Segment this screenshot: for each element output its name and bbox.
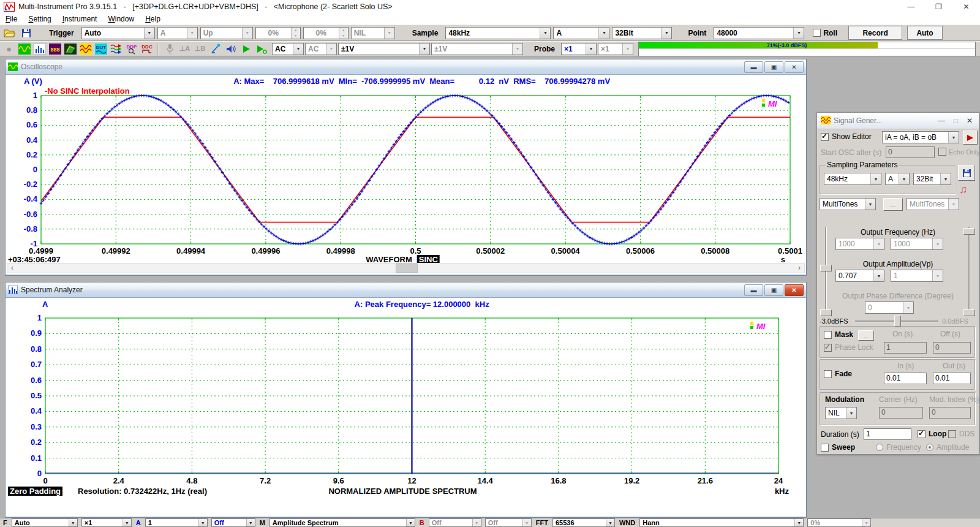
chevron-down-icon[interactable]: ▼ <box>606 519 614 526</box>
chevron-down-icon[interactable]: ▼ <box>793 28 804 39</box>
fade-in-input[interactable]: 0.01 <box>884 373 927 384</box>
zero-padding-badge[interactable]: Zero Padding <box>8 487 62 496</box>
signal-generator-titlebar[interactable]: Signal Gener... — □ ✕ <box>817 113 979 129</box>
chevron-down-icon[interactable]: ▼ <box>794 519 803 526</box>
sample-rate-select[interactable]: 48kHz▼ <box>445 27 551 39</box>
fade-out-input[interactable]: 0.01 <box>933 373 971 384</box>
spectrum-analyzer-icon[interactable] <box>32 42 47 56</box>
probe-a-select[interactable]: ×1▼ <box>561 43 597 55</box>
chevron-down-icon[interactable]: ▼ <box>293 44 303 55</box>
chevron-down-icon[interactable]: ▼ <box>144 28 154 39</box>
wave-editor-button[interactable]: ... <box>883 198 903 211</box>
save-icon[interactable] <box>19 26 33 40</box>
ddc-icon[interactable]: DDC <box>140 42 154 56</box>
restore-icon[interactable]: ▣ <box>764 61 783 73</box>
chevron-down-icon[interactable]: ▼ <box>940 173 951 184</box>
freq-axis-select[interactable]: Auto▼ <box>12 518 78 527</box>
spectrum-titlebar[interactable]: Spectrum Analyzer ▬ ▣ ✕ <box>6 282 806 298</box>
chevron-down-icon[interactable]: ▼ <box>419 44 429 55</box>
close-icon[interactable]: ✕ <box>952 0 980 13</box>
chevron-down-icon[interactable]: ▼ <box>873 270 884 281</box>
trigger-ref-select[interactable]: NIL▼ <box>351 27 395 39</box>
oscilloscope-hscrollbar[interactable]: ‹ › <box>7 263 805 273</box>
chevron-down-icon[interactable]: ▼ <box>246 519 255 526</box>
scrollbar-thumb[interactable] <box>396 264 418 273</box>
menu-help[interactable]: Help <box>140 15 166 23</box>
range-a-select[interactable]: ±1V▼ <box>338 43 430 55</box>
chevron-down-icon[interactable]: ▼ <box>870 173 881 184</box>
coupling-a-select[interactable]: AC▼ <box>272 43 304 55</box>
start-osc-input[interactable]: 0 <box>886 146 935 158</box>
minimize-icon[interactable]: — <box>897 0 925 13</box>
generator-bits-select[interactable]: 32Bit▼ <box>913 173 951 185</box>
generator-run-button[interactable] <box>963 131 978 145</box>
restore-icon[interactable]: ❐ <box>925 0 952 13</box>
menu-file[interactable]: File <box>0 15 23 23</box>
sample-channel-select[interactable]: A▼ <box>553 27 609 39</box>
duration-input[interactable]: 1 <box>864 428 911 440</box>
show-editor-checkbox[interactable] <box>821 133 829 141</box>
waveform-a-select[interactable]: MultiTones▼ <box>820 198 876 210</box>
analysis-mode-select[interactable]: Amplitude Spectrum▼ <box>270 518 415 527</box>
spin-down-icon[interactable]: ▼ <box>339 33 348 39</box>
generator-rate-select[interactable]: 48kHz▼ <box>824 173 881 185</box>
range-b-select[interactable]: ±1V▼ <box>431 43 523 55</box>
trigger-mode-select[interactable]: Auto▼ <box>81 27 155 39</box>
spectrum-3d-icon[interactable] <box>63 42 77 56</box>
music-note-icon[interactable]: ♫ <box>959 183 968 196</box>
chevron-down-icon[interactable]: ▼ <box>540 28 550 39</box>
modulation-type-select[interactable]: NIL▼ <box>825 407 857 419</box>
auto-scale-button[interactable]: Auto <box>907 26 943 40</box>
sweep-checkbox[interactable] <box>821 444 829 452</box>
fft-size-select[interactable]: 65536▼ <box>552 518 615 527</box>
oscilloscope-titlebar[interactable]: Oscilloscope ▬ ▣ ✕ <box>6 59 806 75</box>
menu-instrument[interactable]: Instrument <box>57 15 103 23</box>
chevron-down-icon[interactable]: ▼ <box>198 519 207 526</box>
point-count-select[interactable]: 48000▼ <box>714 27 804 39</box>
run-restart-icon[interactable] <box>254 42 268 56</box>
chevron-down-icon[interactable]: ▼ <box>661 28 671 39</box>
close-icon[interactable]: ✕ <box>785 284 804 296</box>
scroll-left-icon[interactable]: ‹ <box>7 264 17 272</box>
oscilloscope-icon[interactable] <box>17 42 31 56</box>
signal-generator-icon[interactable] <box>78 42 92 56</box>
derived-data-curve-icon[interactable] <box>109 42 123 56</box>
spin-up-icon[interactable]: ▲ <box>292 28 300 33</box>
generator-save-icon[interactable] <box>958 165 975 181</box>
ddp-viewer-icon[interactable]: DDP <box>124 42 138 56</box>
a-persistence-select[interactable]: Off▼ <box>211 518 255 527</box>
chevron-down-icon[interactable]: ▼ <box>406 519 415 526</box>
spin-down-icon[interactable]: ▼ <box>292 33 300 39</box>
scroll-right-icon[interactable]: › <box>794 264 804 272</box>
minimize-icon[interactable]: ▬ <box>744 284 763 296</box>
x-multiplier-select[interactable]: ×1▼ <box>81 518 132 527</box>
frequency-a-slider[interactable] <box>820 227 831 315</box>
chevron-down-icon[interactable]: ▼ <box>865 199 875 210</box>
chevron-down-icon[interactable]: ▼ <box>948 132 959 143</box>
chevron-down-icon[interactable]: ▼ <box>598 28 609 39</box>
trigger-source-select[interactable]: A▼ <box>157 27 198 39</box>
mask-checkbox[interactable] <box>824 331 832 339</box>
bit-depth-select[interactable]: 32Bit▼ <box>612 27 672 39</box>
probe-b-select[interactable]: ×1▼ <box>598 43 633 55</box>
probe-calibration-icon[interactable] <box>208 42 222 56</box>
sound-output-icon[interactable] <box>224 42 238 56</box>
restore-icon[interactable]: ▣ <box>764 284 783 296</box>
chevron-down-icon[interactable]: ▼ <box>586 44 596 55</box>
window-function-select[interactable]: Hann▼ <box>639 518 804 527</box>
record-button[interactable]: Record <box>848 26 902 40</box>
menu-setting[interactable]: Setting <box>23 15 56 23</box>
multimeter-icon[interactable]: 888 <box>48 42 62 56</box>
spin-up-icon[interactable]: ▲ <box>339 28 348 33</box>
dbfs-slider[interactable] <box>855 315 938 327</box>
a-gain-select[interactable]: 1▼ <box>145 518 208 527</box>
close-icon[interactable]: ✕ <box>967 116 973 125</box>
trigger-level-spinner[interactable]: 0%▲▼ <box>255 27 301 39</box>
routing-select[interactable]: iA = oA, iB = oB▼ <box>882 131 959 143</box>
chevron-down-icon[interactable]: ▼ <box>899 173 909 184</box>
chevron-down-icon[interactable]: ▼ <box>123 519 131 526</box>
open-file-icon[interactable] <box>2 26 17 40</box>
amplitude-a-select[interactable]: 0.707▼ <box>835 270 884 282</box>
chevron-down-icon[interactable]: ▼ <box>846 408 856 419</box>
loop-checkbox[interactable] <box>918 430 925 438</box>
